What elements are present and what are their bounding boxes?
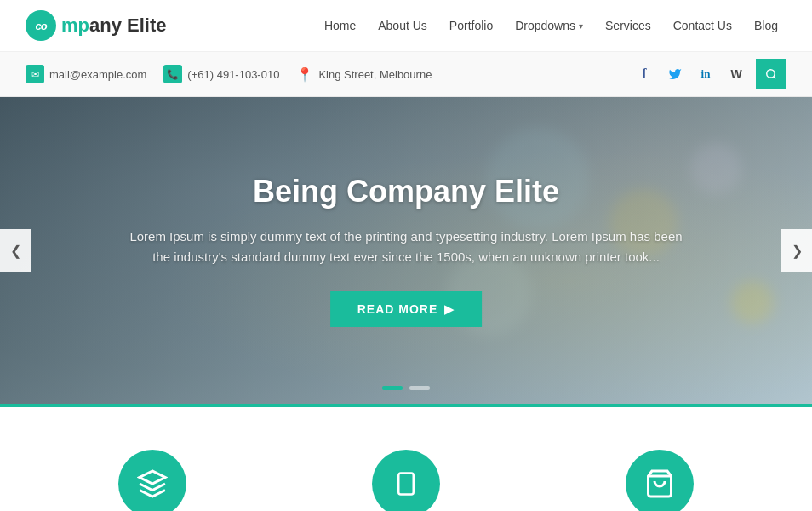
nav-item-home[interactable]: Home — [316, 14, 364, 37]
nav-item-portfolio[interactable]: Portfolio — [441, 14, 501, 37]
logo[interactable]: co mpany Elite — [26, 10, 166, 41]
slider-dot-2[interactable] — [409, 386, 430, 390]
features-section — [0, 407, 812, 511]
svg-point-0 — [767, 70, 775, 78]
site-header: co mpany Elite Home About Us Portfolio D… — [0, 0, 812, 52]
main-nav: Home About Us Portfolio Dropdowns ▾ Serv… — [316, 14, 786, 37]
feature-item-2 — [372, 450, 440, 511]
hero-description: Lorem Ipsum is simply dummy text of the … — [122, 227, 690, 267]
twitter-link[interactable] — [664, 63, 686, 85]
arrow-right-icon: ▶ — [444, 302, 455, 316]
slider-prev-button[interactable]: ❮ — [0, 229, 31, 272]
hero-slider: Being Company Elite Lorem Ipsum is simpl… — [0, 97, 812, 404]
topbar-phone: 📞 (+61) 491-103-010 — [163, 65, 279, 83]
layers-icon — [118, 450, 186, 511]
phone-icon: 📞 — [163, 65, 182, 83]
location-icon: 📍 — [296, 66, 313, 83]
phone-text: (+61) 491-103-010 — [187, 68, 279, 81]
feature-item-1 — [118, 450, 186, 511]
hero-content: Being Company Elite Lorem Ipsum is simpl… — [122, 174, 690, 327]
nav-item-services[interactable]: Services — [597, 14, 660, 37]
slider-next-button[interactable]: ❯ — [781, 229, 812, 272]
email-text: mail@example.com — [49, 68, 146, 81]
svg-line-1 — [774, 77, 776, 79]
hero-title: Being Company Elite — [122, 174, 690, 210]
logo-text: mpany Elite — [61, 14, 166, 37]
chevron-left-icon: ❮ — [10, 243, 21, 259]
topbar-left: ✉ mail@example.com 📞 (+61) 491-103-010 📍… — [26, 65, 432, 83]
chevron-right-icon: ❯ — [792, 243, 803, 259]
slider-dot-1[interactable] — [382, 386, 403, 390]
dropdown-arrow-icon: ▾ — [579, 21, 583, 31]
nav-item-contact[interactable]: Contact Us — [665, 14, 741, 37]
slider-dots — [382, 386, 430, 390]
shopping-icon — [626, 450, 694, 511]
feature-item-3 — [626, 450, 694, 511]
svg-marker-2 — [140, 471, 165, 484]
hero-read-more-button[interactable]: READ MORE ▶ — [330, 291, 483, 327]
search-button[interactable] — [756, 59, 786, 89]
email-icon: ✉ — [26, 65, 44, 83]
wordpress-link[interactable]: W — [725, 63, 747, 85]
topbar: ✉ mail@example.com 📞 (+61) 491-103-010 📍… — [0, 52, 812, 97]
topbar-right: f in W — [633, 59, 786, 89]
nav-item-dropdowns[interactable]: Dropdowns ▾ — [506, 14, 592, 37]
topbar-email: ✉ mail@example.com — [26, 65, 146, 83]
mobile-icon — [372, 450, 440, 511]
address-text: King Street, Melbourne — [318, 68, 432, 81]
topbar-address: 📍 King Street, Melbourne — [296, 66, 432, 83]
facebook-link[interactable]: f — [633, 63, 655, 85]
logo-icon: co — [26, 10, 56, 41]
nav-item-blog[interactable]: Blog — [746, 14, 786, 37]
linkedin-link[interactable]: in — [695, 63, 717, 85]
nav-item-about[interactable]: About Us — [369, 14, 436, 37]
